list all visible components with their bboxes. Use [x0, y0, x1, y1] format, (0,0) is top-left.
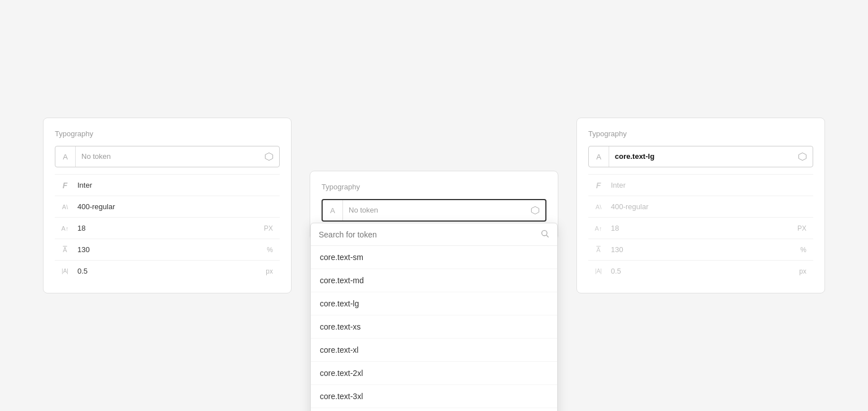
- spacing-icon: |A|: [55, 268, 75, 274]
- left-prop-tracking: Ā 130 %: [55, 239, 280, 260]
- font-icon: F: [55, 181, 75, 190]
- left-weight-value: 400-regular: [75, 202, 280, 211]
- left-typography-card: Typography A No token F Inter A\ 400-reg…: [43, 118, 292, 293]
- search-row: [311, 223, 557, 246]
- token-dropdown: core.text-sm core.text-md core.text-lg c…: [310, 223, 558, 411]
- search-icon: [540, 229, 549, 240]
- list-item[interactable]: core.text-xl: [311, 339, 557, 362]
- right-size-unit: PX: [797, 224, 813, 232]
- svg-point-2: [542, 231, 547, 236]
- right-spacing-icon: |A|: [588, 268, 609, 274]
- middle-dropdown-wrapper: A No token core.text-sm core.text-md: [322, 199, 546, 222]
- left-prop-spacing: |A| 0.5 px: [55, 260, 280, 282]
- left-tracking-value: 130: [75, 245, 267, 254]
- middle-token-icon[interactable]: [525, 200, 545, 220]
- list-item[interactable]: core.text-3xl: [311, 385, 557, 408]
- right-font-icon: F: [588, 181, 609, 190]
- svg-marker-1: [531, 206, 539, 214]
- weight-icon: A\: [55, 204, 75, 210]
- right-tracking-value: 130: [609, 245, 800, 254]
- left-spacing-value: 0.5: [75, 267, 266, 275]
- left-prop-weight: A\ 400-regular: [55, 196, 280, 217]
- search-input[interactable]: [319, 230, 540, 239]
- right-token-value: core.text-lg: [609, 146, 792, 167]
- right-prop-size: A↑ 18 PX: [588, 217, 813, 239]
- list-item[interactable]: core.text-2xl: [311, 362, 557, 385]
- right-prop-spacing: |A| 0.5 px: [588, 260, 813, 282]
- right-spacing-value: 0.5: [609, 267, 799, 275]
- svg-marker-4: [798, 153, 806, 160]
- list-item[interactable]: core.text-lg: [311, 292, 557, 315]
- right-prop-tracking: Ā 130 %: [588, 239, 813, 260]
- left-size-unit: PX: [264, 224, 280, 232]
- middle-token-value: No token: [343, 200, 525, 220]
- left-prop-size: A↑ 18 PX: [55, 217, 280, 239]
- left-size-value: 18: [75, 224, 264, 232]
- list-item[interactable]: core.text-xs: [311, 315, 557, 339]
- right-weight-icon: A\: [588, 204, 609, 210]
- right-typography-card: Typography A core.text-lg F Inter A\ 400…: [576, 118, 825, 293]
- list-item[interactable]: core.text-4xl: [311, 408, 557, 411]
- left-token-value: No token: [76, 146, 259, 167]
- middle-token-field[interactable]: A No token: [322, 199, 546, 222]
- right-font-value: Inter: [609, 181, 813, 189]
- right-size-value: 18: [609, 224, 797, 232]
- svg-marker-0: [265, 153, 272, 160]
- left-font-value: Inter: [75, 181, 280, 189]
- left-token-field[interactable]: A No token: [55, 146, 280, 167]
- left-prop-font: F Inter: [55, 174, 280, 196]
- right-tracking-icon: Ā: [588, 246, 609, 253]
- middle-token-prefix: A: [323, 200, 343, 220]
- middle-card-title: Typography: [322, 183, 546, 191]
- tracking-icon: Ā: [55, 246, 75, 253]
- right-tracking-unit: %: [800, 246, 813, 254]
- right-size-icon: A↑: [588, 225, 609, 232]
- middle-typography-card: Typography A No token core.text-: [310, 171, 558, 240]
- right-card-title: Typography: [588, 129, 813, 138]
- right-prop-font: F Inter: [588, 174, 813, 196]
- left-card-title: Typography: [55, 129, 280, 138]
- left-tracking-unit: %: [267, 246, 280, 254]
- svg-line-3: [546, 235, 549, 237]
- right-weight-value: 400-regular: [609, 202, 813, 211]
- list-item[interactable]: core.text-sm: [311, 246, 557, 269]
- size-icon: A↑: [55, 225, 75, 232]
- right-token-icon[interactable]: [792, 146, 813, 167]
- right-spacing-unit: px: [799, 267, 813, 275]
- right-token-field[interactable]: A core.text-lg: [588, 146, 813, 167]
- left-token-prefix: A: [55, 146, 76, 167]
- right-prop-weight: A\ 400-regular: [588, 196, 813, 217]
- list-item[interactable]: core.text-md: [311, 269, 557, 292]
- left-token-icon[interactable]: [259, 146, 279, 167]
- left-spacing-unit: px: [266, 267, 280, 275]
- right-token-prefix: A: [589, 146, 609, 167]
